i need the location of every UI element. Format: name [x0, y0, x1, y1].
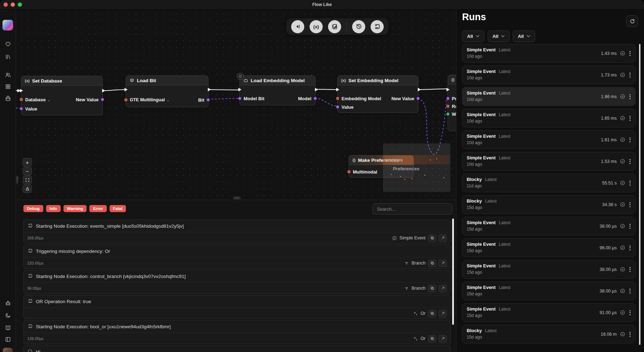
heart-icon[interactable]	[3, 39, 12, 49]
input-pin[interactable]	[446, 113, 449, 115]
log-resize-handle[interactable]	[233, 197, 241, 199]
run-item[interactable]: Blocky Latest 11d ago 55.51 s	[462, 174, 635, 192]
kebab-menu-icon[interactable]	[628, 266, 632, 273]
copy-button[interactable]	[428, 310, 436, 317]
kebab-menu-icon[interactable]	[628, 245, 632, 251]
flow-canvas[interactable]: (x) (x)Set Database	[16, 10, 456, 200]
node-set-database[interactable]: (x)Set Database Database⌄ New Value Valu…	[21, 76, 103, 115]
exec-out-pin[interactable]	[102, 89, 105, 92]
bug-icon[interactable]	[3, 299, 12, 308]
panel-resize-grip[interactable]	[16, 176, 18, 184]
kebab-menu-icon[interactable]	[628, 115, 632, 121]
copy-button[interactable]	[428, 285, 436, 292]
input-pin[interactable]	[336, 97, 339, 100]
input-label-dropdown[interactable]: Database⌄	[25, 97, 50, 102]
exec-in-pin[interactable]	[124, 88, 128, 91]
exec-out-pin[interactable]	[315, 88, 318, 91]
run-item[interactable]: Simple Event Latest 15d ago 96.00 µs	[462, 238, 635, 257]
open-log-button[interactable]	[439, 310, 447, 317]
log-filter-fatal[interactable]: Fatal	[110, 205, 126, 212]
open-log-button[interactable]	[439, 260, 447, 267]
refresh-runs-button[interactable]	[626, 15, 638, 27]
book-icon[interactable]	[3, 323, 12, 332]
input-pin[interactable]	[20, 98, 23, 101]
run-item[interactable]: Simple Event Latest 10d ago 1.65 ms	[462, 109, 635, 127]
exec-in-pin[interactable]	[20, 89, 23, 92]
input-pin[interactable]	[238, 97, 241, 100]
scroll-button[interactable]	[371, 20, 384, 33]
notebook-pen-button[interactable]	[328, 20, 341, 33]
open-log-button[interactable]	[439, 234, 447, 242]
log-entry[interactable]: OR Operation Result: true Or	[23, 295, 451, 319]
log-entry[interactable]: Hi	[23, 345, 451, 352]
panel-left-icon[interactable]	[3, 335, 12, 344]
kebab-menu-icon[interactable]	[628, 180, 632, 186]
runs-filter-dropdown-3[interactable]: All	[513, 30, 535, 42]
input-label-dropdown[interactable]: GTE Multilingual⌄	[130, 97, 170, 102]
input-pin[interactable]	[446, 105, 449, 108]
users-icon[interactable]	[3, 70, 12, 79]
kebab-menu-icon[interactable]	[628, 50, 632, 57]
log-entry[interactable]: Starting Node Execution: control_branch …	[23, 270, 451, 294]
copy-button[interactable]	[428, 234, 436, 242]
history-button[interactable]	[352, 20, 365, 33]
run-item[interactable]: Simple Event Latest 10d ago 1.86 ms	[462, 87, 635, 106]
exec-in-pin[interactable]	[238, 88, 242, 91]
open-log-button[interactable]	[439, 285, 447, 292]
user-avatar[interactable]	[3, 348, 13, 352]
kebab-menu-icon[interactable]	[628, 201, 632, 208]
log-entry[interactable]: Starting Node Execution: bool_or [uxu1ne…	[23, 320, 451, 344]
log-scrollbar[interactable]	[452, 218, 454, 325]
step-back-button[interactable]	[291, 20, 304, 33]
exec-out-pin[interactable]	[208, 88, 211, 91]
run-item[interactable]: Simple Event Latest 15d ago 38.00 µs	[462, 217, 635, 235]
input-pin[interactable]	[446, 97, 449, 100]
log-filter-info[interactable]: Info	[46, 205, 61, 212]
exec-in-pin[interactable]	[446, 88, 450, 91]
node-struct[interactable]: {} Pr Re W	[448, 75, 456, 131]
kebab-menu-icon[interactable]	[628, 288, 632, 294]
input-pin[interactable]	[348, 170, 350, 173]
exec-in-pin[interactable]	[336, 88, 339, 91]
runs-scrollbar[interactable]	[639, 44, 640, 345]
run-item[interactable]: Blocky Latest 15d ago 16.06 m	[462, 325, 635, 344]
node-set-embedding-model[interactable]: (x)Set Embedding Model Embedding Model N…	[337, 75, 418, 113]
node-load-embedding-model[interactable]: Load Embedding Model Model Bit Model	[239, 75, 316, 106]
kebab-menu-icon[interactable]	[628, 223, 632, 229]
kebab-menu-icon[interactable]	[628, 331, 632, 337]
lock-button[interactable]	[23, 184, 32, 193]
run-item[interactable]: Simple Event Latest 10d ago 1.73 ms	[462, 66, 635, 84]
kebab-menu-icon[interactable]	[628, 158, 632, 165]
output-pin[interactable]	[207, 98, 210, 101]
log-search-input[interactable]	[372, 203, 453, 215]
open-log-button[interactable]	[439, 335, 447, 342]
kebab-menu-icon[interactable]	[628, 310, 632, 316]
kebab-menu-icon[interactable]	[628, 72, 632, 78]
input-pin[interactable]	[20, 107, 23, 110]
output-pin[interactable]	[101, 98, 104, 101]
kebab-menu-icon[interactable]	[628, 137, 632, 143]
runs-filter-dropdown-2[interactable]: All	[488, 30, 510, 42]
run-item[interactable]: Simple Event Latest 10d ago 1.61 ms	[462, 130, 635, 149]
kebab-menu-icon[interactable]	[628, 93, 632, 100]
output-pin[interactable]	[417, 97, 420, 100]
log-filter-warning[interactable]: Warning	[63, 205, 87, 212]
run-item[interactable]: Simple Event Latest 15d ago 91.00 µs	[462, 303, 635, 322]
runs-filter-dropdown-1[interactable]: All	[462, 30, 484, 42]
variable-button[interactable]: (x)	[310, 20, 323, 33]
node-load-bit[interactable]: Load Bit GTE Multilingual⌄ Bit	[126, 75, 209, 107]
moon-icon[interactable]	[3, 311, 12, 320]
app-logo[interactable]	[2, 20, 13, 30]
input-pin[interactable]	[124, 98, 127, 101]
run-item[interactable]: Simple Event Latest 10d ago 1.43 ms	[462, 44, 635, 63]
exec-out-pin[interactable]	[418, 88, 421, 91]
run-item[interactable]: Blocky Latest 15d ago 34.38 s	[462, 195, 635, 214]
copy-button[interactable]	[428, 335, 436, 342]
zoom-out-button[interactable]: −	[23, 167, 32, 175]
log-filter-debug[interactable]: Debug	[23, 205, 43, 212]
library-icon[interactable]	[3, 52, 12, 61]
input-pin[interactable]	[336, 106, 339, 108]
log-entry[interactable]: Starting Node Execution: events_simple […	[23, 220, 451, 244]
output-pin[interactable]	[314, 97, 317, 100]
run-item[interactable]: Simple Event Latest 15d ago 38.00 µs	[462, 282, 635, 300]
